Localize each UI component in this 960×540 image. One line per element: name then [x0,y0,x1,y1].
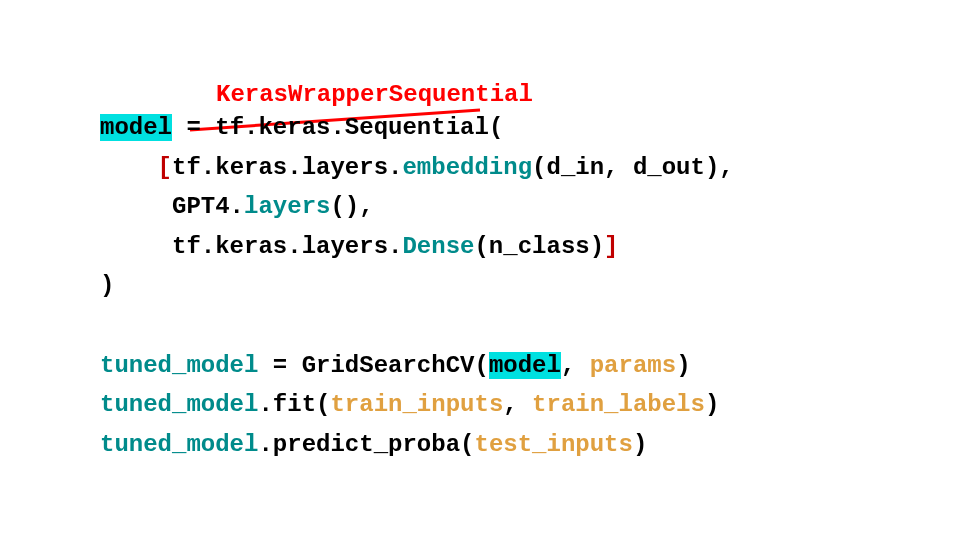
var-model-def: model [100,114,172,141]
train-labels-arg: train_labels [532,391,705,418]
pp-close: ) [633,431,647,458]
fit-comma: , [503,391,532,418]
train-inputs-arg: train_inputs [330,391,503,418]
crossed-out-text: tf.keras.Sequential [215,114,489,141]
predict-proba-call: .predict_proba( [258,431,474,458]
var-tuned-model-2: tuned_model [100,391,258,418]
dense-call: Dense [402,233,474,260]
gs-close: ) [676,352,690,379]
tf-layers-prefix-1: tf.keras.layers. [172,154,402,181]
var-tuned-model-1: tuned_model [100,352,258,379]
slide: KerasWrapperSequential model = tf.keras.… [0,0,960,540]
open-paren: ( [489,114,503,141]
gs-comma: , [561,352,590,379]
test-inputs-arg: test_inputs [474,431,632,458]
model-ref-highlight: model [489,352,561,379]
close-paren: ) [100,272,114,299]
fit-close: ) [705,391,719,418]
list-open-bracket: [ [158,154,172,181]
code-block: model = tf.keras.Sequential( [tf.keras.l… [100,108,734,464]
indent [100,154,158,181]
assign-op: = [172,114,215,141]
layers-call: layers [244,193,330,220]
params-arg: params [590,352,676,379]
layers-end: (), [330,193,373,220]
dense-args: (n_class) [474,233,604,260]
tf-layers-prefix-2: tf.keras.layers. [100,233,402,260]
var-tuned-model-3: tuned_model [100,431,258,458]
fit-call: .fit( [258,391,330,418]
embedding-call: embedding [402,154,532,181]
gpt4-prefix: GPT4. [100,193,244,220]
list-close-bracket: ] [604,233,618,260]
embedding-args: (d_in, d_out), [532,154,734,181]
gridsearch-call: = GridSearchCV( [258,352,488,379]
